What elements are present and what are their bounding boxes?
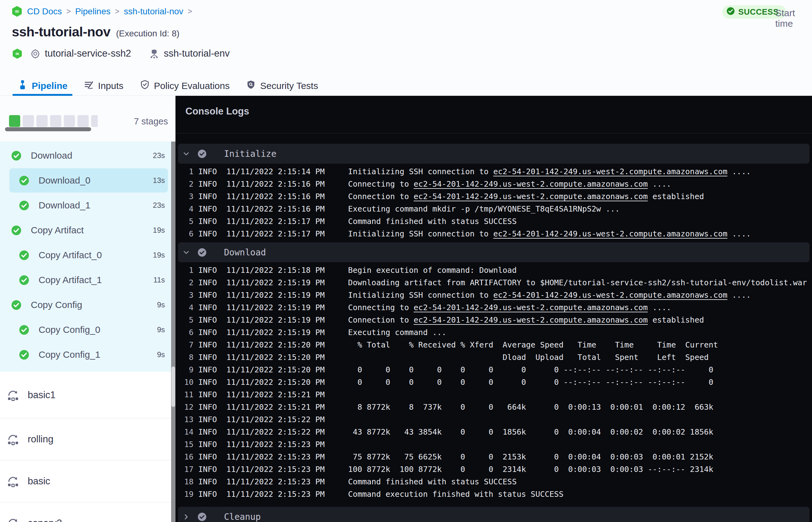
pipeline-item-rolling[interactable]: rolling — [0, 418, 176, 460]
log-section-header-cleanup[interactable]: Cleanup — [178, 507, 810, 522]
log-timestamp: 11/11/2022 2:15:14 PM — [226, 167, 325, 176]
stage-row-copy-config[interactable]: Copy Config9s — [9, 293, 168, 317]
log-line-number: 3 — [184, 192, 194, 201]
stage-name: Copy Config — [31, 300, 82, 310]
log-timestamp: 11/11/2022 2:15:21 PM — [226, 403, 325, 411]
stage-progress-square — [91, 115, 98, 127]
service-name[interactable]: tutorial-service-ssh2 — [45, 48, 131, 59]
log-host-link[interactable]: ec2-54-201-142-249.us-west-2.compute.ama… — [414, 180, 648, 188]
pipeline-item-basic1[interactable]: basic1 — [0, 372, 176, 418]
tab-bar: PipelineInputsPolicy EvaluationsSecurity… — [13, 76, 323, 96]
pipeline-item-canary2[interactable]: canary2 — [0, 502, 176, 522]
check-circle-icon — [19, 200, 29, 210]
log-level: INFO — [198, 427, 217, 437]
log-line: 6 INFO 11/11/2022 2:15:17 PM Initializin… — [176, 228, 812, 240]
pipeline-name: rolling — [28, 434, 54, 445]
log-line-number: 11 — [184, 390, 194, 399]
log-level: INFO — [198, 353, 217, 362]
console-logs-title: Console Logs — [185, 106, 249, 117]
log-line-number: 14 — [184, 427, 194, 437]
log-timestamp: 11/11/2022 2:15:16 PM — [226, 204, 325, 214]
log-timestamp: 11/11/2022 2:15:19 PM — [226, 290, 325, 300]
log-timestamp: 11/11/2022 2:15:22 PM — [226, 415, 325, 424]
breadcrumb-link[interactable]: ssh-tutorial-nov — [124, 6, 183, 17]
log-host-link[interactable]: ec2-54-201-142-249.us-west-2.compute.ama… — [493, 229, 727, 238]
rollback-icon — [6, 433, 20, 446]
tab-pipeline[interactable]: Pipeline — [13, 76, 73, 96]
stage-graph-scrollbar[interactable] — [5, 127, 91, 131]
log-line-number: 10 — [184, 378, 194, 387]
stage-row-download-1[interactable]: Download_123s — [9, 193, 168, 218]
log-level: INFO — [198, 390, 217, 399]
log-line: 2 INFO 11/11/2022 2:15:16 PM Connecting … — [176, 178, 812, 190]
log-line: 4 INFO 11/11/2022 2:15:16 PM Executing c… — [176, 203, 812, 215]
log-timestamp: 11/11/2022 2:15:20 PM — [226, 365, 325, 374]
log-host-link[interactable]: ec2-54-201-142-249.us-west-2.compute.ama… — [414, 192, 648, 201]
log-section-title: Cleanup — [224, 512, 261, 522]
stage-name: Copy Artifact_0 — [39, 250, 102, 260]
log-timestamp: 11/11/2022 2:15:17 PM — [226, 217, 325, 226]
log-line-number: 5 — [184, 217, 194, 226]
log-timestamp: 11/11/2022 2:15:23 PM — [226, 465, 325, 474]
stage-progress-square — [23, 115, 34, 127]
log-timestamp: 11/11/2022 2:15:20 PM — [226, 353, 325, 362]
log-section-title: Download — [224, 247, 266, 258]
log-line-number: 18 — [184, 477, 194, 486]
log-section-header-initialize[interactable]: Initialize — [178, 144, 810, 164]
check-circle-icon — [11, 225, 21, 236]
stage-row-copy-artifact[interactable]: Copy Artifact19s — [9, 218, 168, 242]
log-level: INFO — [198, 229, 217, 238]
chevron-right-icon[interactable] — [182, 513, 190, 521]
log-line-number: 15 — [184, 440, 194, 449]
sidebar-scrollbar[interactable] — [171, 142, 176, 522]
pipeline-item-basic[interactable]: basic — [0, 460, 176, 502]
stage-row-copy-artifact-1[interactable]: Copy Artifact_111s — [9, 268, 168, 292]
content-area: 7 stages Download23sDownload_013sDownloa… — [0, 96, 812, 522]
log-line: 4 INFO 11/11/2022 2:15:19 PM Connecting … — [176, 301, 812, 314]
harness-cd-logo-icon: ∞ — [11, 6, 23, 17]
stage-row-copy-artifact-0[interactable]: Copy Artifact_019s — [9, 243, 168, 267]
tab-policy-evaluations[interactable]: Policy Evaluations — [135, 76, 235, 96]
check-circle-icon — [19, 250, 29, 260]
stage-row-copy-config-0[interactable]: Copy Config_09s — [9, 318, 168, 342]
svg-text:∞: ∞ — [15, 51, 20, 57]
stage-row-download-0[interactable]: Download_013s — [9, 168, 168, 193]
stage-row-download[interactable]: Download23s — [9, 143, 168, 168]
log-line-number: 6 — [184, 328, 194, 337]
log-section-header-download[interactable]: Download — [178, 242, 810, 262]
log-timestamp: 11/11/2022 2:15:19 PM — [226, 278, 325, 287]
log-level: INFO — [198, 490, 217, 499]
log-line-number: 13 — [184, 415, 194, 424]
stage-progress-square — [78, 115, 89, 127]
breadcrumb-link[interactable]: CD Docs — [27, 6, 62, 17]
log-host-link[interactable]: ec2-54-201-142-249.us-west-2.compute.ama… — [414, 303, 648, 312]
log-line: 18 INFO 11/11/2022 2:15:23 PM Command fi… — [176, 476, 812, 488]
log-host-link[interactable]: ec2-54-201-142-249.us-west-2.compute.ama… — [493, 167, 727, 176]
stage-progress-square — [50, 115, 61, 127]
log-timestamp: 11/11/2022 2:15:16 PM — [226, 192, 325, 201]
console-divider — [176, 133, 812, 134]
log-lines-download: 1 INFO 11/11/2022 2:15:18 PM Begin execu… — [176, 262, 812, 502]
log-line: 15 INFO 11/11/2022 2:15:23 PM — [176, 438, 812, 451]
stage-duration: 23s — [153, 201, 165, 210]
environment-name[interactable]: ssh-tutorial-env — [164, 48, 229, 59]
log-level: INFO — [198, 477, 217, 486]
stage-progress-square — [36, 115, 47, 127]
log-level: INFO — [198, 440, 217, 449]
breadcrumb-link[interactable]: Pipelines — [75, 6, 111, 17]
chevron-down-icon[interactable] — [182, 248, 190, 256]
log-line-number: 1 — [184, 167, 194, 176]
stage-count-label: 7 stages — [134, 116, 168, 127]
tab-security-tests[interactable]: Security Tests — [241, 76, 323, 96]
log-timestamp: 11/11/2022 2:15:20 PM — [226, 340, 325, 349]
sidebar-scrollbar-thumb[interactable] — [171, 366, 175, 407]
tab-label: Policy Evaluations — [154, 81, 229, 91]
execution-id: (Execution Id: 8) — [116, 28, 180, 39]
log-host-link[interactable]: ec2-54-201-142-249.us-west-2.compute.ama… — [414, 316, 648, 324]
tab-inputs[interactable]: Inputs — [79, 76, 128, 96]
log-line: 6 INFO 11/11/2022 2:15:19 PM Executing c… — [176, 326, 812, 339]
stage-row-copy-config-1[interactable]: Copy Config_19s — [9, 342, 168, 367]
log-host-link[interactable]: ec2-54-201-142-249.us-west-2.compute.ama… — [493, 290, 727, 300]
chevron-down-icon[interactable] — [182, 150, 190, 158]
log-line: 5 INFO 11/11/2022 2:15:19 PM Connection … — [176, 314, 812, 326]
